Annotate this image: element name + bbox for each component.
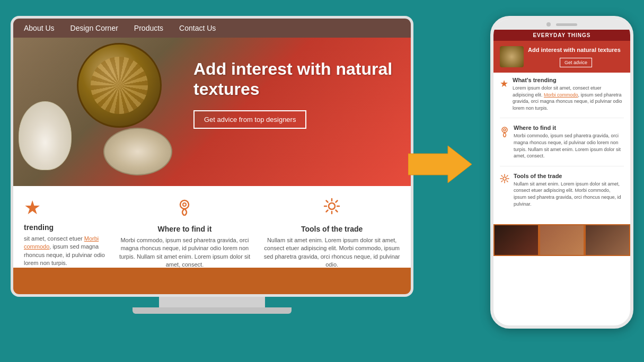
- garlic-decor: [19, 101, 72, 170]
- trending-icon: ★: [24, 197, 106, 219]
- nav-about-us[interactable]: About Us: [24, 24, 55, 32]
- where-icon: [117, 197, 253, 220]
- tools-icon: [263, 197, 400, 220]
- wicker-ball-decor: [77, 43, 162, 128]
- hero-title: Add interest with natural textures: [193, 59, 395, 100]
- where-text: Morbi commodo, ipsum sed pharetra gravid…: [117, 236, 253, 269]
- hero-text: Add interest with natural textures Get a…: [193, 59, 395, 129]
- mobile-trending-text: Lorem ipsum dolor sit amet, consect etue…: [513, 85, 624, 111]
- mobile-hero-right: Add interest with natural textures Get a…: [528, 46, 624, 67]
- trending-text: sit amet, consect etuer Morbi commodo, i…: [24, 235, 106, 268]
- mobile-top-bar: [493, 19, 630, 30]
- desktop-stand: [159, 297, 265, 307]
- mobile-speaker: [556, 23, 577, 26]
- seed-pod-decor: [103, 128, 172, 175]
- trending-link[interactable]: Morbi commodo: [24, 235, 99, 250]
- mobile-hero-button[interactable]: Get advice: [560, 58, 592, 67]
- svg-point-1: [183, 203, 186, 206]
- mobile-trending-content: What's trending Lorem ipsum dolor sit am…: [513, 77, 624, 111]
- mobile-feature-trending: ★ What's trending Lorem ipsum dolor sit …: [500, 77, 624, 118]
- mobile-trending-icon: ★: [500, 78, 508, 111]
- mobile-strip-img-3: [586, 225, 629, 255]
- svg-point-4: [502, 127, 507, 133]
- svg-point-5: [504, 129, 506, 131]
- trending-title: trending: [24, 223, 106, 232]
- mobile-where-content: Where to find it Morbi commodo, ipsum se…: [514, 125, 624, 159]
- mobile-tools-icon: [500, 174, 509, 207]
- mobile-camera: [546, 22, 551, 27]
- desktop-base: [133, 307, 292, 314]
- mobile-hero: Add interest with natural textures Get a…: [493, 41, 630, 73]
- mobile-frame: EVERYDAY THINGS Add interest with natura…: [490, 16, 633, 329]
- svg-point-6: [503, 177, 506, 180]
- mobile-bottom-strip: [493, 224, 630, 256]
- hero-section: Add interest with natural textures Get a…: [13, 38, 411, 186]
- nav-products[interactable]: Products: [134, 24, 163, 32]
- tools-text: Nullam sit amet enim. Lorem ipsum dolor …: [263, 236, 400, 269]
- mobile-where-title: Where to find it: [514, 125, 624, 131]
- right-arrow: [408, 143, 472, 186]
- mobile-tools-content: Tools of the trade Nullam sit amet enim.…: [514, 173, 624, 207]
- where-title: Where to find it: [117, 225, 253, 233]
- feature-col-trending: ★ trending sit amet, consect etuer Morbi…: [24, 197, 106, 269]
- main-background: About Us Design Corner Products Contact …: [0, 0, 644, 362]
- nav-design-corner[interactable]: Design Corner: [70, 24, 118, 32]
- mobile-trending-link[interactable]: Morbi commodo: [544, 92, 578, 98]
- orange-bottom-bar: [13, 268, 411, 294]
- mobile-features: ★ What's trending Lorem ipsum dolor sit …: [493, 73, 630, 224]
- website-content: About Us Design Corner Products Contact …: [13, 19, 411, 294]
- nav-contact-us[interactable]: Contact Us: [179, 24, 216, 32]
- desktop-frame: About Us Design Corner Products Contact …: [11, 16, 413, 297]
- mobile-where-text: Morbi commodo, ipsum sed pharetra gravid…: [514, 133, 624, 159]
- mobile-where-icon: [500, 126, 509, 159]
- navigation-bar: About Us Design Corner Products Contact …: [13, 19, 411, 38]
- tools-title: Tools of the trade: [263, 225, 400, 233]
- mobile-feature-tools: Tools of the trade Nullam sit amet enim.…: [500, 173, 624, 214]
- arrow-container: [408, 143, 472, 186]
- mobile-strip-img-2: [540, 225, 584, 255]
- mobile-tools-title: Tools of the trade: [514, 173, 624, 179]
- mobile-feature-where: Where to find it Morbi commodo, ipsum se…: [500, 125, 624, 166]
- hero-button[interactable]: Get advice from top designers: [193, 110, 306, 129]
- mobile-trending-title: What's trending: [513, 77, 624, 83]
- mobile-content: EVERYDAY THINGS Add interest with natura…: [493, 30, 630, 325]
- svg-point-0: [180, 200, 189, 209]
- feature-col-where: Where to find it Morbi commodo, ipsum se…: [117, 197, 253, 269]
- mobile-site-title: EVERYDAY THINGS: [493, 30, 630, 41]
- mobile-strip-img-1: [495, 225, 538, 255]
- features-section: ★ trending sit amet, consect etuer Morbi…: [13, 186, 411, 275]
- mobile-mockup: EVERYDAY THINGS Add interest with natura…: [490, 16, 633, 339]
- svg-marker-3: [408, 146, 472, 183]
- mobile-hero-thumb: [500, 46, 524, 67]
- mobile-tools-text: Nullam sit amet enim. Lorem ipsum dolor …: [514, 181, 624, 207]
- svg-point-2: [329, 203, 335, 209]
- feature-col-tools: Tools of the trade Nullam sit amet enim.…: [263, 197, 400, 269]
- mobile-hero-title: Add interest with natural textures: [528, 46, 624, 54]
- desktop-mockup: About Us Design Corner Products Contact …: [11, 16, 413, 334]
